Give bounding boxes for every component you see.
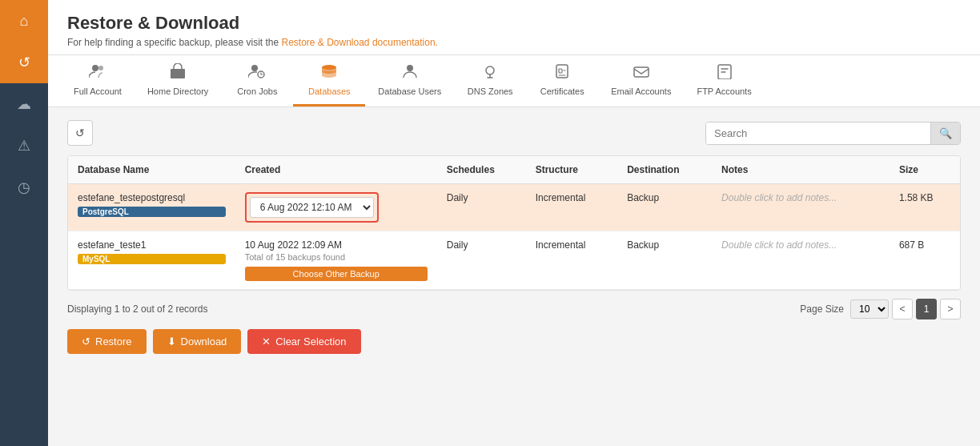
- restore-icon: ↺: [82, 336, 90, 348]
- sidebar: ⌂ ↺ ☁ ⚠ ◷: [0, 0, 48, 446]
- download-button[interactable]: ⬇ Download: [153, 329, 242, 354]
- table-row[interactable]: estefane_testepostgresql PostgreSQL 6 Au…: [68, 184, 960, 231]
- svg-rect-10: [634, 67, 649, 77]
- tab-database-users[interactable]: Database Users: [365, 55, 454, 106]
- schedules-cell: Daily: [437, 231, 526, 290]
- tab-databases[interactable]: Databases: [293, 55, 365, 106]
- docs-link[interactable]: Restore & Download documentation.: [281, 37, 437, 48]
- page-title: Restore & Download: [67, 13, 961, 34]
- sidebar-item-cloud[interactable]: ☁: [0, 83, 48, 125]
- page-size-label: Page Size: [800, 303, 844, 315]
- structure-cell: Incremental: [526, 184, 617, 231]
- svg-point-6: [407, 65, 413, 71]
- tab-certificates-label: Certificates: [540, 86, 584, 96]
- email-accounts-icon: [633, 63, 650, 83]
- tab-ftp-accounts[interactable]: FTP Accounts: [684, 55, 764, 106]
- db-type-badge: MySQL: [78, 254, 226, 264]
- tab-home-directory[interactable]: Home Directory: [135, 55, 221, 106]
- backup-date-select[interactable]: 6 Aug 2022 12:10 AM: [250, 197, 374, 218]
- cron-jobs-icon: [248, 63, 266, 83]
- schedules-cell: Daily: [437, 184, 526, 231]
- dns-zones-icon: [481, 63, 499, 83]
- col-size: Size: [890, 156, 960, 184]
- tab-dns-zones[interactable]: DNS Zones: [454, 55, 526, 106]
- notes-cell[interactable]: Double click to add notes...: [712, 184, 890, 231]
- col-created: Created: [235, 156, 437, 184]
- tab-cron-jobs-label: Cron Jobs: [237, 86, 277, 96]
- records-info: Displaying 1 to 2 out of 2 records: [67, 303, 207, 315]
- home-directory-icon: [169, 63, 187, 83]
- clock-icon: ◷: [18, 179, 30, 196]
- search-button[interactable]: 🔍: [930, 123, 960, 144]
- backups-count: Total of 15 backups found: [245, 252, 428, 262]
- search-input[interactable]: [706, 123, 930, 144]
- tab-email-accounts-label: Email Accounts: [611, 86, 671, 96]
- restore-icon: ↺: [18, 54, 30, 71]
- sidebar-item-clock[interactable]: ◷: [0, 167, 48, 208]
- col-destination: Destination: [617, 156, 712, 184]
- page-content: ↺ 🔍 Database Name Created Schedules Stru…: [48, 107, 980, 446]
- restore-button[interactable]: ↺ Restore: [67, 329, 147, 354]
- current-page-button[interactable]: 1: [916, 299, 937, 319]
- cloud-icon: ☁: [17, 95, 31, 113]
- choose-backup-button[interactable]: Choose Other Backup: [245, 267, 428, 281]
- download-icon: ⬇: [167, 336, 176, 348]
- notes-cell[interactable]: Double click to add notes...: [712, 231, 890, 290]
- tab-database-users-label: Database Users: [378, 86, 441, 96]
- database-users-icon: [401, 63, 419, 83]
- svg-point-1: [98, 66, 103, 70]
- col-db-name: Database Name: [68, 156, 235, 184]
- db-name-text: estefane_teste1: [78, 239, 226, 251]
- page-size-select[interactable]: 10: [850, 299, 889, 319]
- ftp-accounts-icon: [716, 63, 733, 83]
- toolbar: ↺ 🔍: [67, 120, 961, 146]
- tab-full-account-label: Full Account: [74, 86, 122, 96]
- svg-rect-9: [559, 69, 562, 73]
- structure-cell: Incremental: [526, 231, 617, 290]
- sidebar-item-alert[interactable]: ⚠: [0, 125, 48, 167]
- svg-point-3: [251, 65, 258, 71]
- databases-icon: [320, 63, 338, 83]
- size-cell: 687 B: [890, 231, 960, 290]
- alert-icon: ⚠: [18, 137, 30, 155]
- page-header: Restore & Download For help finding a sp…: [48, 0, 980, 55]
- tab-cron-jobs[interactable]: Cron Jobs: [221, 55, 293, 106]
- search-box: 🔍: [705, 122, 961, 145]
- tab-home-directory-label: Home Directory: [147, 86, 208, 96]
- sidebar-item-home[interactable]: ⌂: [0, 0, 48, 42]
- table-row[interactable]: estefane_teste1 MySQL 10 Aug 2022 12:09 …: [68, 231, 960, 290]
- tab-certificates[interactable]: Certificates: [526, 55, 598, 106]
- tab-email-accounts[interactable]: Email Accounts: [598, 55, 684, 106]
- tab-bar: Full Account Home Directory Cron Jobs Da…: [48, 55, 980, 107]
- db-name-text: estefane_testepostgresql: [78, 192, 226, 203]
- next-page-button[interactable]: >: [940, 299, 961, 319]
- sidebar-item-restore[interactable]: ↺: [0, 42, 48, 83]
- tab-full-account[interactable]: Full Account: [61, 55, 135, 106]
- destination-cell: Backup: [617, 184, 712, 231]
- col-schedules: Schedules: [437, 156, 526, 184]
- table-header-row: Database Name Created Schedules Structur…: [68, 156, 960, 184]
- tab-ftp-accounts-label: FTP Accounts: [697, 86, 751, 96]
- database-table: Database Name Created Schedules Structur…: [67, 155, 961, 291]
- db-type-badge: PostgreSQL: [78, 207, 226, 217]
- page-subtitle: For help finding a specific backup, plea…: [67, 37, 961, 48]
- action-buttons: ↺ Restore ⬇ Download ✕ Clear Selection: [67, 329, 961, 354]
- created-date: 10 Aug 2022 12:09 AM: [245, 239, 428, 251]
- refresh-button[interactable]: ↺: [67, 120, 93, 146]
- home-icon: ⌂: [20, 13, 29, 30]
- clear-icon: ✕: [262, 336, 271, 348]
- size-cell: 1.58 KB: [890, 184, 960, 231]
- prev-page-button[interactable]: <: [892, 299, 913, 319]
- col-notes: Notes: [712, 156, 890, 184]
- pagination-controls: Page Size 10 < 1 >: [800, 299, 961, 319]
- db-name-cell: estefane_teste1 MySQL: [68, 231, 235, 290]
- clear-selection-button[interactable]: ✕ Clear Selection: [247, 329, 360, 354]
- destination-cell: Backup: [617, 231, 712, 290]
- db-name-cell: estefane_testepostgresql PostgreSQL: [68, 184, 235, 231]
- svg-point-0: [92, 65, 98, 71]
- created-cell: 6 Aug 2022 12:10 AM: [235, 184, 437, 231]
- created-cell: 10 Aug 2022 12:09 AM Total of 15 backups…: [235, 231, 437, 290]
- svg-rect-2: [171, 69, 185, 78]
- certificates-icon: [553, 63, 571, 83]
- tab-databases-label: Databases: [308, 86, 351, 96]
